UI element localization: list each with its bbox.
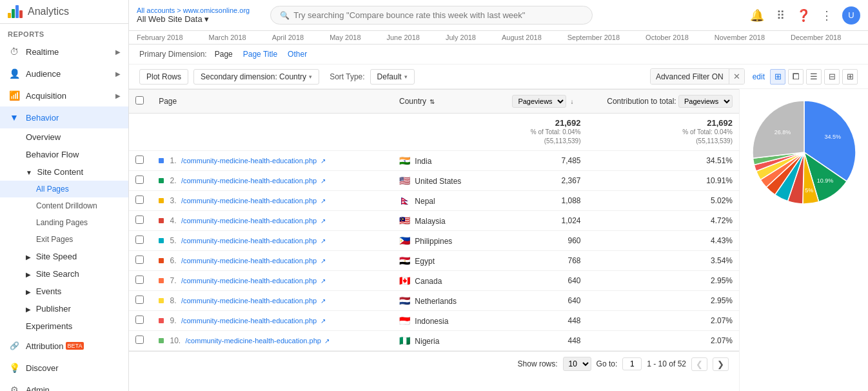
sidebar-item-exit-pages[interactable]: Exit Pages — [0, 231, 128, 248]
row-color-7 — [159, 298, 164, 303]
row-page-link-7[interactable]: /community-medicine-health-education.php — [181, 297, 317, 305]
account-path-link[interactable]: All accounts > www.omicsonline.org — [137, 6, 250, 14]
country-name-1: United States — [415, 177, 461, 186]
more-icon[interactable]: ⋮ — [819, 8, 834, 23]
row-page-link-5[interactable]: /community-medicine-health-education.php — [181, 257, 317, 265]
landing-pages-label: Landing Pages — [36, 218, 88, 227]
pivot-view-button[interactable]: ⊟ — [824, 69, 840, 85]
plot-rows-button[interactable]: Plot Rows — [139, 69, 188, 85]
row-contrib-2: 5.02% — [587, 191, 740, 211]
row-color-5 — [159, 258, 164, 263]
row-checkbox-input-2[interactable] — [135, 196, 144, 204]
row-page-link-6[interactable]: /community-medicine-health-education.php — [181, 277, 317, 285]
th-contribution: Contribution to total: Pageviews — [587, 90, 740, 114]
sidebar-item-landing-pages[interactable]: Landing Pages — [0, 214, 128, 231]
row-page-link-1[interactable]: /community-medicine-health-education.php — [181, 177, 317, 185]
acquisition-expand-icon: ▶ — [115, 92, 121, 99]
sidebar-item-attribution[interactable]: 🔗 Attribution BETA — [0, 335, 128, 357]
audience-expand-icon: ▶ — [115, 70, 121, 77]
sidebar-item-audience[interactable]: 👤 Audience ▶ — [0, 63, 128, 85]
edit-filter-link[interactable]: edit — [753, 72, 765, 81]
sidebar-item-site-speed[interactable]: ▶ Site Speed — [0, 248, 128, 265]
secondary-dimension-dropdown[interactable]: Secondary dimension: Country ▾ — [193, 69, 319, 85]
timeline-may: May 2018 — [330, 34, 360, 41]
main-content: All accounts > www.omicsonline.org All W… — [129, 0, 868, 391]
row-checkbox-input-1[interactable] — [135, 175, 144, 184]
sidebar-item-overview[interactable]: Overview — [0, 128, 128, 146]
row-checkbox-input-5[interactable] — [135, 256, 144, 264]
pie-chart: 34.5%10.9%26.8%5% — [746, 94, 862, 210]
row-page-link-0[interactable]: /community-medicine-health-education.php — [181, 157, 317, 165]
sort-type-dropdown[interactable]: Default ▾ — [370, 69, 415, 85]
view-icons: ⊞ ⧠ ☰ ⊟ ⊞ — [770, 69, 858, 85]
analytics-logo — [8, 5, 23, 18]
sidebar-item-admin[interactable]: ⚙ Admin — [0, 379, 128, 391]
secondary-dim-arrow-icon: ▾ — [309, 74, 312, 80]
row-checkbox-input-7[interactable] — [135, 296, 144, 304]
account-selector-button[interactable]: All Web Site Data ▾ — [137, 14, 250, 24]
row-checkbox-input-4[interactable] — [135, 236, 144, 244]
timeline-mar: March 2018 — [209, 34, 246, 41]
grid-view-button[interactable]: ⊞ — [770, 69, 785, 85]
show-rows-select[interactable]: 10 — [563, 357, 591, 371]
row-checkbox-input-3[interactable] — [135, 216, 144, 224]
acquisition-icon: 📶 — [8, 89, 21, 102]
external-link-icon-4: ↗ — [321, 237, 326, 245]
row-page-link-4[interactable]: /community-medicine-health-education.php — [181, 237, 317, 245]
sidebar-item-discover[interactable]: 💡 Discover — [0, 357, 128, 379]
apps-icon[interactable]: ⠿ — [773, 8, 788, 23]
row-page-9: 10. /community-medicine-health-education… — [152, 331, 393, 351]
row-page-link-2[interactable]: /community-medicine-health-education.php — [181, 197, 317, 205]
row-page-5: 6. /community-medicine-health-education.… — [152, 251, 393, 271]
timeline-bar: February 2018 March 2018 April 2018 May … — [129, 31, 868, 45]
experiments-label: Experiments — [26, 321, 72, 331]
select-all-checkbox[interactable] — [135, 96, 144, 105]
row-checkbox-input-9[interactable] — [135, 336, 144, 344]
advanced-filter-close-icon[interactable]: ✕ — [729, 69, 744, 84]
next-page-button[interactable]: ❯ — [713, 357, 729, 371]
row-page-link-9[interactable]: /community-medicine-health-education.php — [186, 337, 321, 345]
row-contrib-0: 34.51% — [587, 151, 740, 171]
sidebar-item-experiments[interactable]: Experiments — [0, 317, 128, 335]
row-color-3 — [159, 218, 164, 223]
total-pageviews-all: (55,113,539) — [512, 137, 580, 146]
sidebar-item-behavior-flow[interactable]: Behavior Flow — [0, 146, 128, 163]
search-bar[interactable]: 🔍 — [270, 6, 593, 25]
sidebar-item-realtime[interactable]: ⏱ Realtime ▶ — [0, 41, 128, 63]
comparison-view-button[interactable]: ⧠ — [788, 69, 804, 85]
sidebar-item-content-drilldown[interactable]: Content Drilldown — [0, 197, 128, 214]
prev-page-button[interactable]: ❮ — [691, 357, 707, 371]
sidebar-item-site-content[interactable]: ▼ Site Content — [0, 163, 128, 181]
row-contrib-9: 2.07% — [587, 331, 740, 351]
pageviews-metric-select[interactable]: Pageviews — [512, 95, 566, 108]
sidebar-item-publisher[interactable]: ▶ Publisher — [0, 300, 128, 317]
pagination-range: 1 - 10 of 52 — [647, 359, 686, 368]
row-checkbox-input-6[interactable] — [135, 276, 144, 284]
user-avatar[interactable]: U — [842, 6, 860, 25]
goto-input[interactable] — [622, 357, 642, 370]
row-pageviews-6: 640 — [506, 271, 587, 291]
dim-page-title-link[interactable]: Page Title — [243, 50, 277, 59]
help-icon[interactable]: ❓ — [796, 8, 811, 23]
row-checkbox-input-8[interactable] — [135, 316, 144, 324]
timeline-sep: September 2018 — [567, 34, 620, 41]
dim-other-link[interactable]: Other — [288, 50, 307, 59]
sidebar-item-site-search[interactable]: ▶ Site Search — [0, 265, 128, 283]
sidebar-item-events[interactable]: ▶ Events — [0, 283, 128, 300]
list-view-button[interactable]: ☰ — [806, 69, 822, 85]
row-page-link-3[interactable]: /community-medicine-health-education.php — [181, 217, 317, 225]
row-color-0 — [159, 158, 164, 163]
notifications-icon[interactable]: 🔔 — [749, 8, 765, 23]
search-input[interactable] — [293, 10, 583, 20]
sidebar-item-acquisition[interactable]: 📶 Acquisition ▶ — [0, 85, 128, 106]
row-checkbox-input-0[interactable] — [135, 155, 144, 164]
contrib-metric-select[interactable]: Pageviews — [678, 95, 733, 108]
table-row: 10. /community-medicine-health-education… — [129, 331, 739, 351]
sidebar-item-behavior[interactable]: ▼ Behavior — [0, 106, 128, 128]
external-link-icon-7: ↗ — [321, 297, 326, 305]
row-num-3: 4. — [170, 216, 177, 225]
sidebar-item-all-pages[interactable]: All Pages — [0, 181, 128, 197]
custom-view-button[interactable]: ⊞ — [842, 69, 858, 85]
row-page-link-8[interactable]: /community-medicine-health-education.php — [181, 317, 317, 325]
dim-page-link[interactable]: Page — [215, 50, 233, 59]
